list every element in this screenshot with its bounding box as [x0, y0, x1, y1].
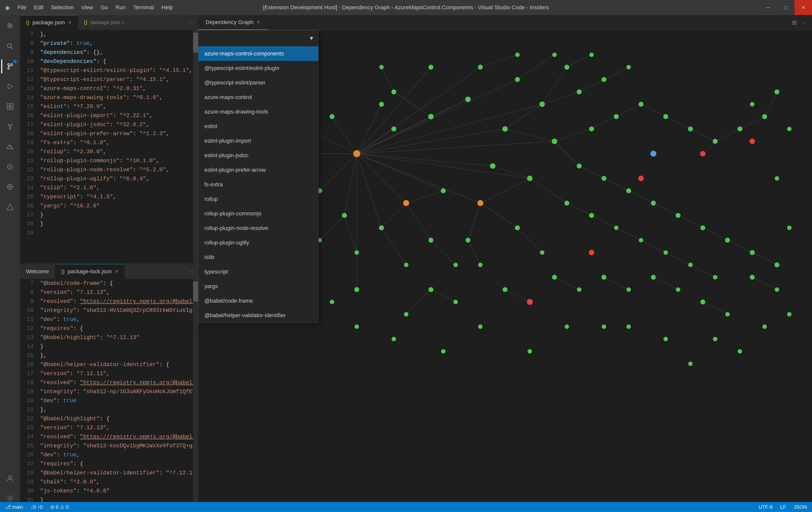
node-20[interactable]: [478, 65, 483, 70]
node-l10[interactable]: [454, 300, 458, 304]
dropdown-item-13[interactable]: rollup-plugin-uglify: [198, 236, 318, 250]
node-64[interactable]: [725, 238, 730, 243]
menu-bar[interactable]: File Edit Selection View Go Run Terminal…: [18, 4, 173, 11]
node-54[interactable]: [589, 53, 594, 57]
node-39[interactable]: [577, 163, 582, 169]
dropdown-item-10[interactable]: rollup: [198, 192, 318, 206]
activity-account[interactable]: [1, 470, 19, 487]
tab-dependency-graph[interactable]: Dependency Graph ✕: [198, 15, 268, 30]
node-1[interactable]: [428, 114, 434, 119]
activity-debug[interactable]: [1, 78, 19, 95]
dropdown-item-9[interactable]: fs-extra: [198, 177, 318, 192]
activity-extra1[interactable]: [1, 158, 19, 176]
activity-extensions[interactable]: [1, 98, 19, 115]
node-fr3[interactable]: [775, 176, 779, 181]
node-br2[interactable]: [737, 349, 742, 354]
node-br10[interactable]: [528, 349, 532, 354]
dropdown-item-6[interactable]: eslint-plugin-import: [198, 133, 318, 148]
node-70[interactable]: [614, 225, 619, 230]
dropdown-item-15[interactable]: typescript: [198, 265, 318, 279]
node-55[interactable]: [626, 188, 631, 193]
bottom-code-content[interactable]: "@babel/code-frame": { "version": "7.12.…: [38, 279, 193, 512]
close-button[interactable]: ✕: [794, 0, 812, 15]
node-main[interactable]: [353, 150, 360, 157]
dropdown-item-16[interactable]: yargs: [198, 279, 318, 294]
node-4[interactable]: [490, 163, 495, 169]
node-br13[interactable]: [392, 337, 396, 341]
top-tab-actions[interactable]: ···: [190, 19, 198, 26]
node-61[interactable]: [688, 126, 693, 131]
close-tab-package-json[interactable]: ✕: [68, 20, 72, 25]
node-69[interactable]: [774, 90, 779, 94]
menu-edit[interactable]: Edit: [34, 4, 44, 11]
node-l1[interactable]: [354, 287, 359, 292]
node-15[interactable]: [477, 200, 484, 206]
tab-package-lock-json[interactable]: {} package-lock.json ✕: [55, 264, 125, 279]
close-dep-graph-tab[interactable]: ✕: [257, 20, 260, 25]
menu-run[interactable]: Run: [116, 4, 126, 11]
node-red-1[interactable]: [527, 299, 533, 305]
node-60[interactable]: [675, 213, 680, 218]
node-3[interactable]: [502, 126, 508, 132]
activity-azure[interactable]: [1, 138, 19, 155]
node-br9[interactable]: [565, 325, 569, 329]
node-2[interactable]: [465, 96, 471, 102]
node-l3[interactable]: [502, 287, 508, 292]
node-l15[interactable]: [775, 287, 779, 292]
dropdown-item-18[interactable]: @babel/helper-validator-identifier: [198, 308, 318, 323]
bottom-scrollbar[interactable]: [193, 279, 198, 512]
node-52[interactable]: [614, 114, 619, 119]
node-16[interactable]: [527, 176, 533, 181]
node-l4[interactable]: [552, 275, 557, 280]
dropdown-item-1[interactable]: @typescript-eslint/eslint-plugin: [198, 61, 318, 76]
node-35[interactable]: [478, 263, 483, 267]
tab-package-json[interactable]: {} package.json ✕: [20, 15, 78, 30]
node-br11[interactable]: [478, 325, 483, 329]
menu-go[interactable]: Go: [100, 4, 108, 11]
node-58[interactable]: [651, 201, 656, 206]
node-41[interactable]: [577, 90, 582, 94]
dropdown-item-5[interactable]: eslint: [198, 119, 318, 133]
node-br1[interactable]: [713, 337, 718, 341]
node-br8[interactable]: [602, 325, 606, 329]
split-editor-icon[interactable]: ⊞: [792, 19, 797, 26]
node-red-3[interactable]: [638, 176, 644, 181]
dropdown-item-3[interactable]: azure-maps-control: [198, 90, 318, 104]
dropdown-item-2[interactable]: @typescript-eslint/parser: [198, 76, 318, 90]
dropdown-item-0[interactable]: azure-maps-control-components: [198, 47, 318, 61]
node-57[interactable]: [627, 65, 631, 69]
node-33[interactable]: [454, 263, 458, 267]
menu-file[interactable]: File: [18, 4, 26, 11]
status-language[interactable]: JSON: [794, 504, 807, 510]
activity-source-control[interactable]: [1, 58, 19, 75]
node-74[interactable]: [713, 275, 718, 279]
node-l6[interactable]: [651, 275, 656, 280]
node-l2[interactable]: [428, 287, 433, 292]
node-18[interactable]: [540, 101, 545, 107]
node-br15[interactable]: [330, 300, 334, 304]
node-br6[interactable]: [664, 337, 668, 341]
node-5[interactable]: [441, 188, 446, 193]
node-56[interactable]: [638, 102, 643, 107]
node-red-2[interactable]: [589, 250, 594, 255]
node-6[interactable]: [403, 200, 409, 206]
menu-view[interactable]: View: [81, 4, 93, 11]
node-65[interactable]: [737, 126, 743, 131]
node-8[interactable]: [379, 102, 384, 107]
node-73[interactable]: [688, 263, 693, 267]
activity-test[interactable]: [1, 118, 19, 135]
status-encoding[interactable]: UTF-8: [759, 504, 773, 510]
menu-terminal[interactable]: Terminal: [133, 4, 154, 11]
node-br4[interactable]: [787, 312, 792, 317]
node-fr4[interactable]: [787, 225, 792, 230]
status-sync[interactable]: ↓0 ↑0: [31, 504, 42, 510]
window-controls[interactable]: ─ □ ✕: [759, 0, 812, 15]
activity-extra2[interactable]: [1, 178, 19, 195]
node-br12[interactable]: [441, 349, 445, 354]
node-37[interactable]: [540, 250, 545, 255]
tab-welcome[interactable]: Welcome: [20, 264, 55, 279]
node-43[interactable]: [552, 53, 557, 57]
node-19[interactable]: [515, 77, 520, 82]
node-51[interactable]: [601, 176, 606, 181]
dropdown-item-8[interactable]: eslint-plugin-prefer-arrow: [198, 163, 318, 177]
